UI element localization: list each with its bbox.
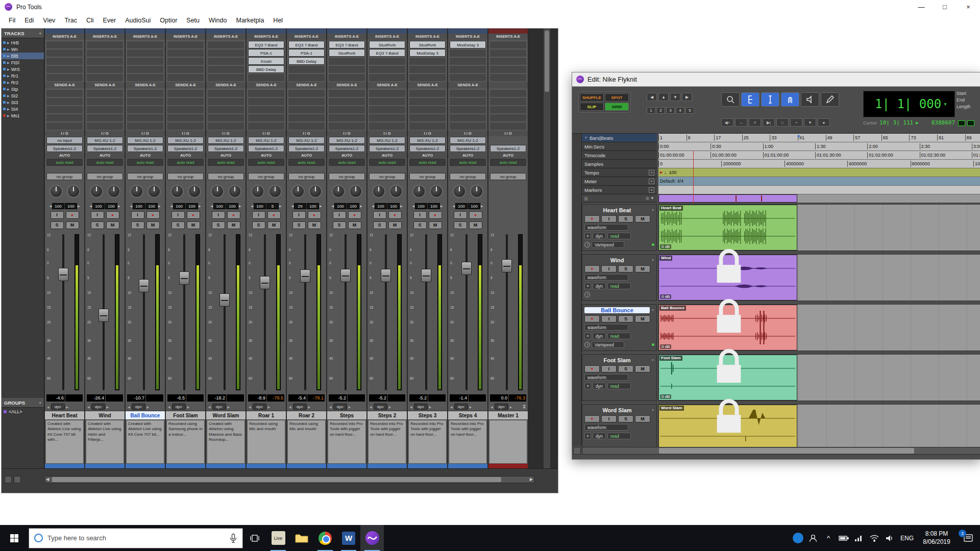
track-show-icon[interactable]: ▶ bbox=[7, 74, 10, 78]
mix-vertical-scrollbar[interactable] bbox=[544, 29, 550, 468]
pan-value-right[interactable]: 100 bbox=[65, 203, 77, 209]
group-selector[interactable]: no group bbox=[450, 173, 486, 180]
pan-knob-left[interactable] bbox=[453, 185, 466, 198]
next-icon[interactable]: ▶ bbox=[187, 405, 190, 409]
mute-button[interactable]: M bbox=[66, 221, 79, 229]
taskbar-search-input[interactable]: Type here to search bbox=[29, 528, 243, 548]
mute-button[interactable]: M bbox=[635, 215, 650, 222]
output-selector[interactable]: Speakers1-2 bbox=[87, 145, 123, 152]
insert-slot[interactable]: EQ3 7-Band bbox=[248, 41, 284, 48]
input-monitor-button[interactable]: I bbox=[601, 215, 617, 222]
mix-horizontal-scrollbar[interactable]: ◀ ▶ bbox=[44, 476, 534, 483]
track-show-icon[interactable]: ▶ bbox=[7, 61, 10, 64]
ruler-lane-timecode[interactable]: 01:00:00:0001:00:30:0001:01:00:0001:01:3… bbox=[658, 151, 980, 160]
pan-knob-left[interactable] bbox=[211, 185, 224, 198]
insert-slot[interactable] bbox=[288, 73, 325, 81]
pan-value-left[interactable]: 100 bbox=[52, 203, 64, 209]
solo-button[interactable]: S bbox=[373, 221, 386, 229]
pan-value-left[interactable]: 100 bbox=[133, 203, 145, 209]
send-slot[interactable] bbox=[167, 97, 204, 105]
track-name[interactable]: Ball Bounce bbox=[126, 411, 165, 419]
tracks-panel-header[interactable]: TRACKS « bbox=[2, 29, 44, 38]
dyn-button[interactable]: dyn bbox=[414, 404, 428, 410]
record-enable-button[interactable]: ● bbox=[584, 265, 600, 272]
automation-mode-button[interactable]: auto read bbox=[329, 159, 365, 166]
next-icon[interactable]: ▶ bbox=[308, 405, 311, 409]
send-slot[interactable] bbox=[490, 114, 526, 121]
volume-fader[interactable] bbox=[461, 262, 472, 275]
dyn-selector[interactable]: dyn bbox=[593, 283, 606, 289]
record-enable-button[interactable]: ● bbox=[429, 211, 442, 219]
insert-slot[interactable]: PSA-1 bbox=[288, 49, 325, 57]
prev-icon[interactable]: ◀ bbox=[450, 405, 453, 409]
menu-item[interactable]: Marketpla bbox=[231, 14, 268, 27]
insert-slot[interactable]: BBD Delay bbox=[288, 57, 325, 65]
record-enable-button[interactable]: ● bbox=[187, 211, 200, 219]
counter-dropdown-icon[interactable]: ▼ bbox=[943, 102, 947, 107]
peak-value[interactable] bbox=[106, 394, 123, 402]
record-enable-button[interactable]: ● bbox=[308, 211, 321, 219]
ruler-lane-tempo[interactable]: ▶♩100 bbox=[658, 168, 980, 177]
pan-value-left[interactable]: 100 bbox=[455, 203, 468, 209]
group-selector[interactable]: no group bbox=[167, 173, 204, 180]
automation-mode-button[interactable]: auto read bbox=[46, 159, 83, 166]
send-slot[interactable] bbox=[409, 106, 446, 113]
prev-icon[interactable]: ◀ bbox=[370, 405, 372, 409]
insert-slot[interactable] bbox=[127, 73, 163, 81]
input-selector[interactable]: MG-XU 1-2 bbox=[409, 137, 446, 144]
send-slot[interactable] bbox=[288, 106, 325, 113]
dyn-selector[interactable]: dyn bbox=[593, 333, 606, 339]
send-slot[interactable] bbox=[127, 97, 163, 105]
automation-mode-button[interactable]: auto read bbox=[288, 159, 325, 166]
volume-fader[interactable] bbox=[260, 276, 270, 289]
battery-icon[interactable] bbox=[836, 525, 851, 551]
sidebar-track-item[interactable]: ▶Ms1 bbox=[2, 112, 44, 119]
edit-mode-grid[interactable]: GRID bbox=[605, 103, 629, 111]
input-selector[interactable]: MG-XU 1-2 bbox=[450, 137, 486, 144]
track-name[interactable]: Wind bbox=[85, 411, 125, 419]
ruler-lane-minsecs[interactable]: 0:000:301:001:302:002:303:003:30 bbox=[658, 142, 980, 151]
insert-slot[interactable] bbox=[288, 65, 325, 73]
zoom-preset-1[interactable]: 1 bbox=[647, 107, 655, 114]
dyn-button[interactable]: dyn bbox=[333, 404, 347, 410]
insert-slot[interactable] bbox=[46, 41, 83, 48]
insert-slot[interactable] bbox=[127, 57, 163, 65]
insert-slot[interactable] bbox=[369, 73, 405, 81]
pan-value-right[interactable]: 100 bbox=[387, 203, 400, 209]
pencil-tool[interactable] bbox=[821, 92, 839, 107]
microphone-icon[interactable] bbox=[229, 533, 237, 543]
edit-mode-shuffle[interactable]: SHUFFLE bbox=[580, 93, 604, 102]
send-slot[interactable] bbox=[490, 122, 526, 130]
output-selector[interactable]: Speakers1-2 bbox=[288, 145, 325, 152]
prev-icon[interactable]: ◀ bbox=[289, 405, 291, 409]
clip-gain-badge[interactable]: 0 dB bbox=[660, 244, 671, 249]
track-show-icon[interactable]: ▶ bbox=[7, 94, 10, 97]
pan-value-left[interactable]: 100 bbox=[375, 203, 387, 209]
pan-value-right[interactable]: 100 bbox=[145, 203, 158, 209]
insert-slot[interactable] bbox=[208, 41, 244, 48]
send-slot[interactable] bbox=[46, 114, 83, 121]
input-selector[interactable]: MG-XU 1-2 bbox=[369, 137, 405, 144]
pan-knob-left[interactable] bbox=[251, 185, 264, 198]
elastic-audio-icon[interactable] bbox=[584, 242, 590, 247]
pan-value-right[interactable]: 100 bbox=[186, 203, 198, 209]
solo-button[interactable]: S bbox=[51, 221, 64, 229]
peak-value[interactable] bbox=[348, 394, 365, 402]
insert-slot[interactable]: ModDelay 3 bbox=[409, 49, 446, 57]
output-selector[interactable]: Speakers1-2 bbox=[46, 145, 83, 152]
sidebar-track-item[interactable]: ▶Rr2 bbox=[2, 79, 44, 86]
dyn-button[interactable]: dyn bbox=[212, 404, 226, 410]
pan-value-right[interactable]: 100 bbox=[307, 203, 319, 209]
send-slot[interactable] bbox=[208, 106, 244, 113]
input-monitor-button[interactable]: I bbox=[212, 211, 225, 219]
automation-mode-button[interactable]: auto read bbox=[167, 159, 204, 166]
insert-slot[interactable] bbox=[369, 65, 405, 73]
menu-item[interactable]: Windo bbox=[204, 14, 231, 27]
input-monitor-button[interactable]: I bbox=[454, 211, 467, 219]
pan-value-right[interactable]: 100 bbox=[428, 203, 440, 209]
send-slot[interactable] bbox=[208, 89, 244, 97]
send-slot[interactable] bbox=[450, 89, 486, 97]
pan-value-left[interactable]: 100 bbox=[92, 203, 105, 209]
solo-button[interactable]: S bbox=[91, 221, 104, 229]
track-name[interactable]: Master 1 bbox=[488, 411, 528, 419]
